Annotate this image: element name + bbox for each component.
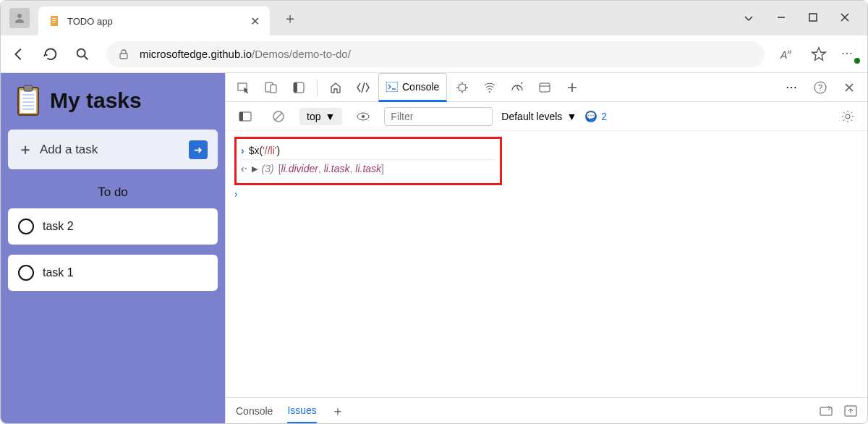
issues-indicator[interactable]: 💬 2 (585, 111, 607, 122)
drawer-issues-tab[interactable]: Issues (287, 404, 316, 423)
svg-point-41 (362, 115, 365, 118)
live-expression-button[interactable] (351, 105, 375, 128)
svg-rect-22 (294, 82, 297, 93)
url-text: microsoftedge.github.io/Demos/demo-to-do… (140, 48, 351, 60)
svg-rect-37 (239, 112, 243, 121)
lock-icon (118, 48, 129, 60)
address-bar: microsoftedge.github.io/Demos/demo-to-do… (1, 35, 867, 73)
todo-header: My tasks (8, 80, 218, 127)
close-devtools-button[interactable] (837, 76, 861, 99)
close-button[interactable] (840, 12, 850, 24)
submit-arrow-icon[interactable]: ➜ (189, 140, 208, 159)
chevron-down-icon[interactable] (743, 12, 754, 24)
more-tools-button[interactable]: ⋯ (779, 76, 804, 99)
svg-point-29 (489, 91, 490, 93)
drawer-console-tab[interactable]: Console (236, 405, 273, 417)
application-tab-icon[interactable] (532, 76, 557, 99)
task-checkbox[interactable] (18, 265, 34, 281)
network-tab-icon[interactable] (477, 76, 502, 99)
issues-count: 2 (601, 111, 607, 122)
filter-input[interactable] (384, 107, 493, 126)
sidebar-toggle-button[interactable] (233, 105, 258, 128)
log-levels-dropdown[interactable]: Default levels ▼ (501, 111, 576, 122)
svg-rect-3 (52, 20, 56, 21)
console-prompt[interactable]: › (234, 185, 859, 203)
highlight-annotation: › $x('//li') ‹· ▶ (3) [li.divider, li.ta… (234, 137, 502, 185)
console-input-line: › $x('//li') (241, 142, 495, 160)
search-icon[interactable] (75, 46, 90, 62)
svg-rect-23 (386, 82, 398, 92)
todo-section-label: To do (8, 172, 218, 205)
more-button[interactable]: ⋯ (841, 46, 857, 62)
todo-app-panel: My tasks ＋ Add a task ➜ To do task 2 tas… (1, 73, 225, 423)
task-label: task 2 (43, 220, 74, 233)
input-caret-icon: › (241, 145, 244, 156)
svg-rect-9 (120, 54, 127, 59)
add-task-label: Add a task (40, 143, 182, 157)
dock-button[interactable] (286, 76, 311, 99)
levels-label: Default levels (501, 111, 562, 122)
sources-tab-icon[interactable] (450, 76, 475, 99)
console-settings-button[interactable] (835, 105, 860, 128)
device-toggle-button[interactable] (259, 76, 284, 99)
tab-title: TODO app (67, 16, 250, 27)
svg-point-7 (77, 48, 85, 56)
collapse-drawer-icon[interactable] (844, 405, 857, 417)
console-tab-label: Console (402, 81, 439, 93)
svg-rect-12 (24, 85, 33, 91)
back-button[interactable] (11, 46, 27, 62)
console-output[interactable]: › $x('//li') ‹· ▶ (3) [li.divider, li.ta… (226, 131, 867, 397)
context-label: top (307, 111, 320, 122)
url-input[interactable]: microsoftedge.github.io/Demos/demo-to-do… (106, 41, 765, 67)
performance-tab-icon[interactable] (505, 76, 529, 99)
task-checkbox[interactable] (18, 219, 34, 234)
console-tab[interactable]: Console (378, 73, 447, 102)
refresh-button[interactable] (43, 46, 59, 62)
svg-point-42 (846, 114, 850, 119)
window-controls (743, 12, 867, 24)
maximize-button[interactable] (808, 12, 818, 24)
new-tab-button[interactable]: ＋ (283, 9, 297, 28)
task-label: task 1 (43, 266, 74, 279)
console-input-code: $x('//li') (249, 145, 280, 156)
window-titlebar: TODO app ✕ ＋ (1, 1, 867, 35)
svg-rect-6 (809, 14, 817, 21)
svg-rect-30 (540, 83, 550, 92)
svg-rect-4 (52, 22, 55, 23)
devtools-toolbar: Console ⋯ ? (226, 73, 867, 102)
drawer-add-tab-button[interactable]: ＋ (331, 402, 344, 420)
expand-drawer-icon[interactable] (820, 405, 833, 417)
add-task-button[interactable]: ＋ Add a task ➜ (8, 130, 218, 169)
profile-button[interactable] (9, 8, 30, 28)
issues-dot-icon: 💬 (585, 111, 597, 122)
clipboard-icon (15, 85, 41, 116)
inspect-button[interactable] (231, 76, 256, 99)
add-tab-button[interactable] (560, 76, 584, 99)
svg-point-0 (17, 14, 22, 18)
minimize-button[interactable] (776, 12, 786, 24)
read-aloud-button[interactable]: A» (780, 46, 796, 62)
task-item[interactable]: task 1 (8, 255, 218, 291)
elements-tab-icon[interactable] (351, 76, 375, 99)
todo-title: My tasks (50, 88, 142, 113)
help-button[interactable]: ? (808, 76, 833, 99)
page-icon (48, 15, 60, 27)
chevron-down-icon: ▼ (325, 111, 335, 122)
tab-close-icon[interactable]: ✕ (250, 14, 260, 28)
context-dropdown[interactable]: top ▼ (299, 108, 342, 125)
browser-tab[interactable]: TODO app ✕ (38, 7, 270, 35)
clear-console-button[interactable] (266, 105, 291, 128)
svg-text:?: ? (818, 83, 822, 92)
expand-triangle-icon[interactable]: ▶ (252, 164, 258, 174)
chevron-down-icon: ▼ (566, 111, 576, 122)
favorite-button[interactable] (811, 46, 827, 62)
plus-icon: ＋ (18, 140, 33, 159)
output-caret-icon: ‹· (241, 163, 247, 174)
svg-rect-20 (271, 85, 276, 93)
task-item[interactable]: task 2 (8, 208, 218, 245)
svg-line-8 (85, 56, 88, 59)
welcome-tab-icon[interactable] (323, 76, 348, 99)
svg-line-39 (275, 113, 282, 120)
svg-rect-2 (52, 18, 56, 19)
array-length: (3) (262, 163, 274, 174)
